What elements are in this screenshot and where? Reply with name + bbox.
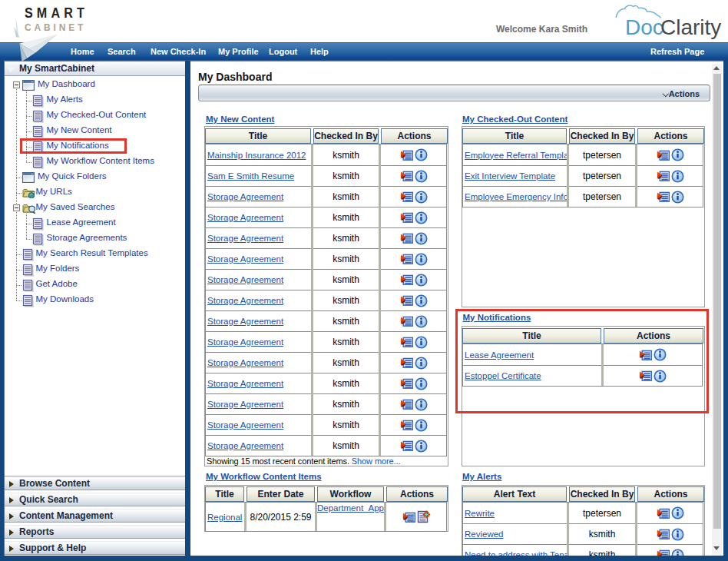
svg-text:Doc: Doc: [625, 15, 663, 39]
svg-text:Clarity: Clarity: [660, 15, 721, 39]
